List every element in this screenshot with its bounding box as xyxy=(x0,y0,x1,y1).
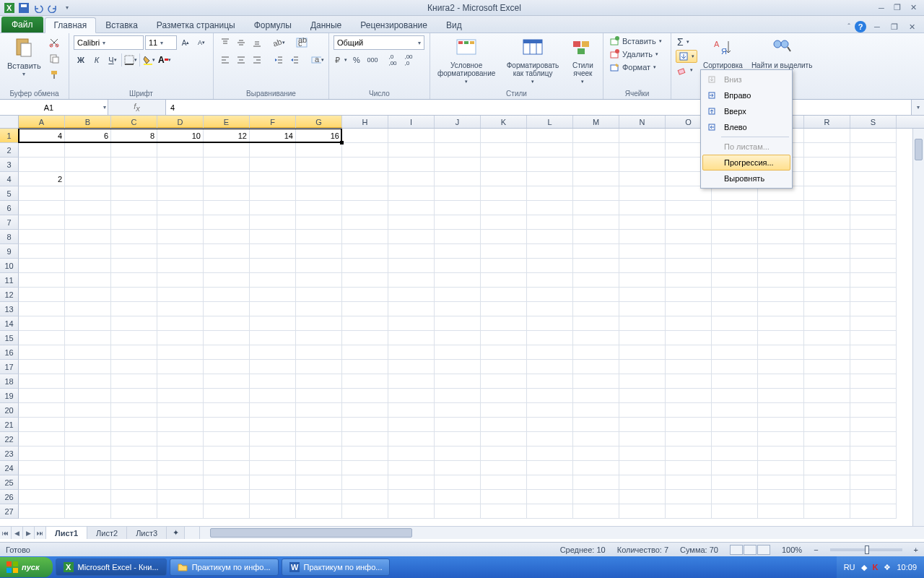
cell-Q13[interactable] xyxy=(758,302,804,316)
cell-N26[interactable] xyxy=(619,490,666,504)
cell-I15[interactable] xyxy=(388,331,435,345)
cell-B6[interactable] xyxy=(65,201,111,215)
cell-E24[interactable] xyxy=(204,461,250,475)
save-icon[interactable] xyxy=(17,1,30,14)
cell-B5[interactable] xyxy=(65,186,111,201)
cell-J6[interactable] xyxy=(435,201,481,215)
cell-C17[interactable] xyxy=(111,360,157,374)
cell-P23[interactable] xyxy=(712,447,758,461)
cell-C13[interactable] xyxy=(111,302,157,316)
cell-H13[interactable] xyxy=(342,302,388,316)
cell-J19[interactable] xyxy=(435,389,481,403)
cell-E15[interactable] xyxy=(204,331,250,345)
cell-R24[interactable] xyxy=(804,461,850,475)
cell-J23[interactable] xyxy=(435,447,481,461)
cell-F5[interactable] xyxy=(250,186,296,201)
cell-L20[interactable] xyxy=(527,403,573,418)
row-header-4[interactable]: 4 xyxy=(0,172,19,186)
cell-M9[interactable] xyxy=(573,244,619,259)
cell-N13[interactable] xyxy=(619,302,666,316)
cell-B3[interactable] xyxy=(65,158,111,172)
cell-C7[interactable] xyxy=(111,215,157,230)
cell-G8[interactable] xyxy=(296,230,342,244)
cell-S8[interactable] xyxy=(850,230,897,244)
fill-up-item[interactable]: Вверх xyxy=(702,103,790,119)
cell-I19[interactable] xyxy=(388,389,435,403)
cell-K5[interactable] xyxy=(481,186,527,201)
tab-view[interactable]: Вид xyxy=(437,17,471,33)
cell-F17[interactable] xyxy=(250,360,296,374)
cell-H6[interactable] xyxy=(342,201,388,215)
cell-R19[interactable] xyxy=(804,389,850,403)
cell-C19[interactable] xyxy=(111,389,157,403)
cut-button[interactable] xyxy=(47,35,61,50)
cell-E26[interactable] xyxy=(204,490,250,504)
cell-J21[interactable] xyxy=(435,418,481,432)
cell-G20[interactable] xyxy=(296,403,342,418)
column-header-S[interactable]: S xyxy=(850,116,897,128)
cell-styles-button[interactable]: Стили ячеек▾ xyxy=(567,35,598,86)
cell-A14[interactable] xyxy=(19,316,65,331)
cell-H24[interactable] xyxy=(342,461,388,475)
cell-M24[interactable] xyxy=(573,461,619,475)
cell-I10[interactable] xyxy=(388,259,435,273)
insert-sheet-tab[interactable]: ✦ xyxy=(167,527,185,539)
cell-L22[interactable] xyxy=(527,432,573,447)
sheet-nav-prev[interactable]: ◀ xyxy=(12,527,23,539)
cell-R5[interactable] xyxy=(804,186,850,201)
cell-I8[interactable] xyxy=(388,230,435,244)
fill-justify-item[interactable]: Выровнять xyxy=(702,171,790,186)
cell-L23[interactable] xyxy=(527,447,573,461)
cell-J24[interactable] xyxy=(435,461,481,475)
row-header-3[interactable]: 3 xyxy=(0,158,19,172)
cell-I20[interactable] xyxy=(388,403,435,418)
cell-J20[interactable] xyxy=(435,403,481,418)
cell-O5[interactable] xyxy=(666,186,712,201)
cell-F10[interactable] xyxy=(250,259,296,273)
cell-H19[interactable] xyxy=(342,389,388,403)
cell-S16[interactable] xyxy=(850,345,897,360)
cell-D10[interactable] xyxy=(157,259,204,273)
cell-D21[interactable] xyxy=(157,418,204,432)
cell-J3[interactable] xyxy=(435,158,481,172)
format-painter-button[interactable] xyxy=(47,67,61,82)
cell-J15[interactable] xyxy=(435,331,481,345)
cell-A16[interactable] xyxy=(19,345,65,360)
cell-N11[interactable] xyxy=(619,273,666,288)
cell-J9[interactable] xyxy=(435,244,481,259)
cell-L3[interactable] xyxy=(527,158,573,172)
cell-H26[interactable] xyxy=(342,490,388,504)
cell-A5[interactable] xyxy=(19,186,65,201)
cell-R2[interactable] xyxy=(804,143,850,158)
cell-I1[interactable] xyxy=(388,129,435,143)
cell-E5[interactable] xyxy=(204,186,250,201)
cell-H15[interactable] xyxy=(342,331,388,345)
cell-I9[interactable] xyxy=(388,244,435,259)
cell-A20[interactable] xyxy=(19,403,65,418)
cell-Q27[interactable] xyxy=(758,504,804,519)
cell-G26[interactable] xyxy=(296,490,342,504)
cell-P6[interactable] xyxy=(712,201,758,215)
zoom-out-button[interactable]: − xyxy=(814,545,818,554)
cell-M23[interactable] xyxy=(573,447,619,461)
cell-C1[interactable]: 8 xyxy=(111,129,157,143)
cell-A21[interactable] xyxy=(19,418,65,432)
cell-K20[interactable] xyxy=(481,403,527,418)
taskbar-item-excel[interactable]: XMicrosoft Excel - Кни... xyxy=(56,558,167,576)
cell-O23[interactable] xyxy=(666,447,712,461)
cell-C9[interactable] xyxy=(111,244,157,259)
cell-C10[interactable] xyxy=(111,259,157,273)
cell-C24[interactable] xyxy=(111,461,157,475)
cell-G4[interactable] xyxy=(296,172,342,186)
row-header-7[interactable]: 7 xyxy=(0,215,19,230)
column-header-I[interactable]: I xyxy=(388,116,435,128)
cell-L2[interactable] xyxy=(527,143,573,158)
cell-R6[interactable] xyxy=(804,201,850,215)
cell-A23[interactable] xyxy=(19,447,65,461)
cell-L14[interactable] xyxy=(527,316,573,331)
cell-J27[interactable] xyxy=(435,504,481,519)
cell-E7[interactable] xyxy=(204,215,250,230)
cell-G10[interactable] xyxy=(296,259,342,273)
cell-E3[interactable] xyxy=(204,158,250,172)
cell-E22[interactable] xyxy=(204,432,250,447)
